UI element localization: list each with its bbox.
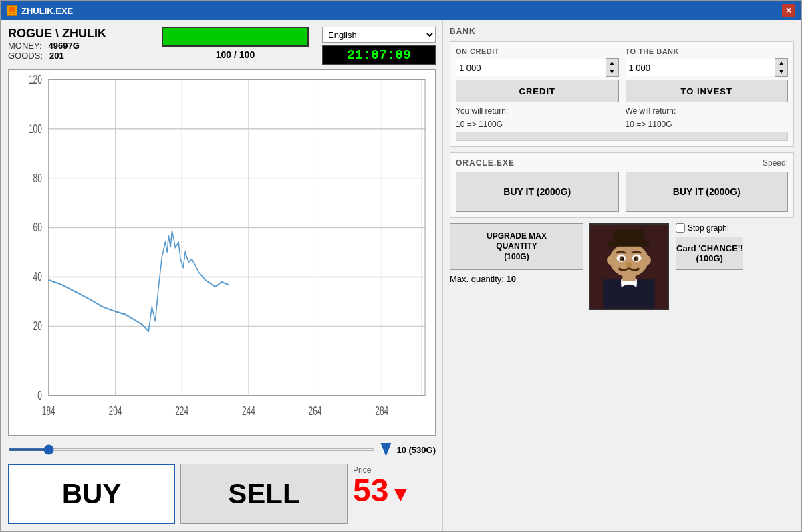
credit-return-text: You will return:: [456, 106, 619, 116]
oracle-header: ORACLE.EXE Speed!: [456, 158, 788, 168]
header-row: ROGUE \ ZHULIK MONEY: 49697G GOODS: 201 …: [8, 27, 436, 65]
bottom-right-col: Stop graph! Card 'CHANCE'! (100G): [589, 223, 794, 310]
sell-button[interactable]: SELL: [180, 464, 348, 524]
price-arrow: ▼: [390, 483, 411, 505]
svg-text:60: 60: [33, 221, 42, 234]
stop-graph-row: Stop graph!: [676, 223, 743, 233]
main-content: ROGUE \ ZHULIK MONEY: 49697G GOODS: 201 …: [1, 20, 801, 531]
quantity-slider[interactable]: [8, 448, 375, 451]
max-qty-label: Max. quantity:: [450, 274, 504, 284]
money-value: 49697G: [49, 41, 80, 51]
svg-text:100: 100: [29, 122, 42, 135]
money-label: MONEY:: [8, 41, 42, 51]
portrait-svg: [590, 225, 668, 309]
svg-point-49: [607, 255, 614, 265]
credit-button[interactable]: CREDIT: [456, 80, 619, 102]
svg-rect-2: [9, 13, 11, 14]
on-credit-down[interactable]: ▼: [606, 68, 618, 76]
health-bar-container: [162, 27, 309, 47]
to-bank-input[interactable]: [626, 59, 776, 76]
goods-stat: GOODS: 201: [8, 51, 155, 61]
stop-graph-checkbox[interactable]: [676, 223, 685, 233]
svg-rect-1: [9, 7, 15, 12]
buy-sell-row: BUY SELL Price 53 ▼: [8, 464, 436, 524]
svg-rect-3: [13, 13, 15, 14]
on-credit-col: ON CREDIT ▲ ▼ CREDIT You will return: 10…: [456, 47, 619, 129]
svg-text:204: 204: [109, 404, 122, 418]
health-section: 100 / 100: [162, 27, 309, 60]
svg-rect-41: [614, 230, 644, 243]
svg-point-48: [626, 262, 632, 267]
main-window: ZHULIK.EXE ✕ ROGUE \ ZHULIK MONEY: 49697…: [0, 0, 802, 532]
svg-text:40: 40: [33, 270, 42, 283]
right-panel: BANK ON CREDIT ▲ ▼ CREDIT: [442, 20, 801, 531]
on-credit-input[interactable]: [456, 59, 606, 76]
on-credit-label: ON CREDIT: [456, 47, 619, 55]
to-bank-col: TO THE BANK ▲ ▼ TO INVEST We will return…: [626, 47, 789, 129]
svg-point-46: [621, 257, 624, 260]
bottom-right: UPGRADE MAX QUANTITY (100G) Max. quantit…: [450, 223, 794, 524]
oracle-section: ORACLE.EXE Speed! BUY IT (2000G) BUY IT …: [450, 152, 794, 218]
price-display: Price 53 ▼: [353, 464, 436, 524]
svg-rect-4: [9, 70, 435, 435]
oracle-btn-1[interactable]: BUY IT (2000G): [456, 172, 619, 212]
bank-columns: ON CREDIT ▲ ▼ CREDIT You will return: 10…: [456, 47, 788, 129]
bank-section: ON CREDIT ▲ ▼ CREDIT You will return: 10…: [450, 41, 794, 147]
price-chart: 120 100 80 60 40 20 0 184 204 224 244 26…: [9, 70, 435, 435]
svg-point-47: [634, 257, 637, 260]
slider-indicator: [380, 443, 391, 456]
to-bank-spinner: ▲ ▼: [626, 58, 789, 77]
titlebar: ZHULIK.EXE ✕: [1, 1, 801, 20]
titlebar-left: ZHULIK.EXE: [7, 5, 73, 16]
upgrade-button[interactable]: UPGRADE MAX QUANTITY (100G): [450, 223, 583, 270]
svg-text:0: 0: [37, 388, 42, 402]
oracle-btn-2[interactable]: BUY IT (2000G): [626, 172, 789, 212]
oracle-label: ORACLE.EXE: [456, 158, 515, 168]
invest-button[interactable]: TO INVEST: [626, 80, 789, 102]
money-stat: MONEY: 49697G: [8, 41, 155, 51]
on-credit-spinners: ▲ ▼: [606, 58, 619, 77]
slider-value: 10 (530G): [396, 445, 436, 455]
stop-graph-label: Stop graph!: [688, 223, 729, 233]
oracle-buttons: BUY IT (2000G) BUY IT (2000G): [456, 172, 788, 212]
left-panel: ROGUE \ ZHULIK MONEY: 49697G GOODS: 201 …: [1, 20, 442, 531]
language-select[interactable]: English Russian: [322, 27, 436, 43]
price-value: 53: [353, 475, 388, 507]
upgrade-label: UPGRADE MAX QUANTITY (100G): [487, 231, 547, 261]
bank-label: BANK: [450, 27, 794, 36]
svg-text:20: 20: [33, 319, 42, 333]
svg-text:244: 244: [242, 404, 255, 418]
window-title: ZHULIK.EXE: [21, 6, 73, 16]
svg-text:184: 184: [42, 404, 55, 418]
svg-text:224: 224: [175, 404, 188, 418]
max-qty-display: Max. quantity: 10: [450, 274, 583, 284]
chance-label: Card 'CHANCE'! (100G): [676, 243, 743, 263]
credit-return-detail: 10 => 1100G: [456, 120, 619, 129]
lang-timer-section: English Russian 21:07:09: [315, 27, 436, 65]
portrait-area: Stop graph! Card 'CHANCE'! (100G): [589, 223, 743, 310]
close-button[interactable]: ✕: [782, 4, 795, 17]
svg-text:264: 264: [309, 404, 322, 418]
goods-label: GOODS:: [8, 51, 43, 61]
svg-point-50: [644, 255, 651, 265]
on-credit-up[interactable]: ▲: [606, 59, 618, 68]
max-qty-value: 10: [507, 274, 516, 284]
buy-button[interactable]: BUY: [8, 464, 175, 524]
to-bank-down[interactable]: ▼: [775, 68, 787, 76]
to-bank-up[interactable]: ▲: [775, 59, 787, 68]
slider-row: 10 (530G): [8, 440, 436, 460]
player-info: ROGUE \ ZHULIK MONEY: 49697G GOODS: 201: [8, 27, 155, 61]
timer-display: 21:07:09: [322, 45, 436, 65]
health-bar: [163, 28, 307, 45]
svg-text:284: 284: [375, 404, 388, 418]
bottom-left-col: UPGRADE MAX QUANTITY (100G) Max. quantit…: [450, 223, 583, 284]
goods-value: 201: [49, 51, 64, 61]
bank-progress-bar: [456, 132, 788, 141]
stop-and-chance: Stop graph! Card 'CHANCE'! (100G): [676, 223, 743, 270]
chart-container: 120 100 80 60 40 20 0 184 204 224 244 26…: [8, 69, 436, 436]
svg-text:80: 80: [33, 171, 42, 184]
invest-return-text: We will return:: [626, 106, 789, 116]
app-icon: [7, 5, 17, 16]
health-text: 100 / 100: [162, 49, 309, 60]
chance-button[interactable]: Card 'CHANCE'! (100G): [676, 237, 743, 270]
